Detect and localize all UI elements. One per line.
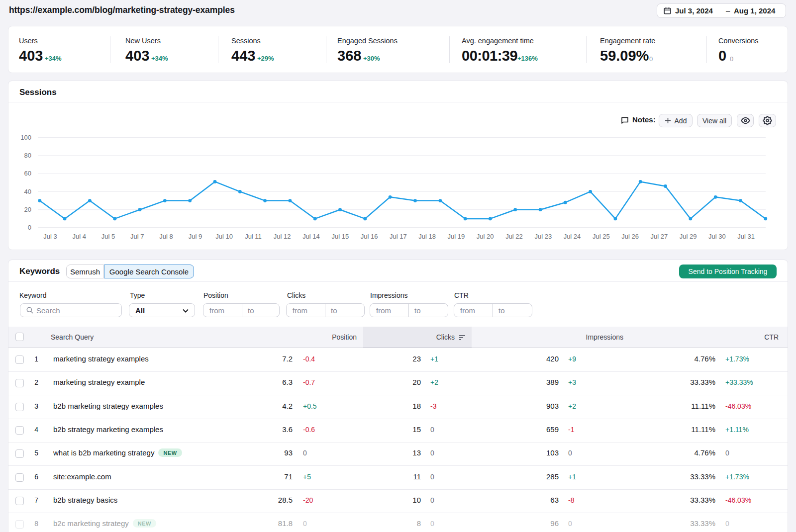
- svg-text:Jul 24: Jul 24: [564, 233, 581, 240]
- svg-text:Jul 4: Jul 4: [73, 233, 86, 240]
- svg-text:Jul 29: Jul 29: [680, 233, 697, 240]
- svg-text:Jul 15: Jul 15: [331, 233, 349, 240]
- svg-text:Jul 11: Jul 11: [245, 233, 262, 240]
- svg-text:Jul 10: Jul 10: [215, 233, 233, 240]
- svg-text:Jul 8: Jul 8: [159, 233, 173, 240]
- svg-text:0: 0: [28, 224, 31, 231]
- svg-text:Jul 25: Jul 25: [593, 233, 610, 240]
- svg-text:Jul 14: Jul 14: [302, 233, 320, 240]
- svg-text:Jul 16: Jul 16: [361, 233, 378, 240]
- svg-text:Jul 17: Jul 17: [390, 233, 407, 240]
- svg-text:Jul 27: Jul 27: [651, 233, 668, 240]
- svg-text:Jul 9: Jul 9: [189, 233, 202, 240]
- svg-text:Jul 23: Jul 23: [534, 233, 552, 240]
- svg-text:Jul 30: Jul 30: [708, 233, 726, 240]
- svg-text:100: 100: [20, 134, 31, 141]
- svg-text:80: 80: [24, 152, 31, 159]
- svg-text:Jul 26: Jul 26: [621, 233, 639, 240]
- svg-text:Jul 20: Jul 20: [477, 233, 494, 240]
- svg-text:Jul 12: Jul 12: [274, 233, 291, 240]
- svg-text:Jul 19: Jul 19: [448, 233, 465, 240]
- svg-text:40: 40: [24, 188, 31, 195]
- svg-text:Jul 7: Jul 7: [130, 233, 144, 240]
- svg-text:20: 20: [24, 206, 31, 213]
- svg-text:60: 60: [24, 170, 31, 177]
- svg-text:Jul 18: Jul 18: [418, 233, 436, 240]
- svg-text:Jul 31: Jul 31: [737, 233, 755, 240]
- svg-text:Jul 22: Jul 22: [505, 233, 523, 240]
- svg-text:Jul 5: Jul 5: [101, 233, 115, 240]
- svg-text:Jul 3: Jul 3: [43, 233, 57, 240]
